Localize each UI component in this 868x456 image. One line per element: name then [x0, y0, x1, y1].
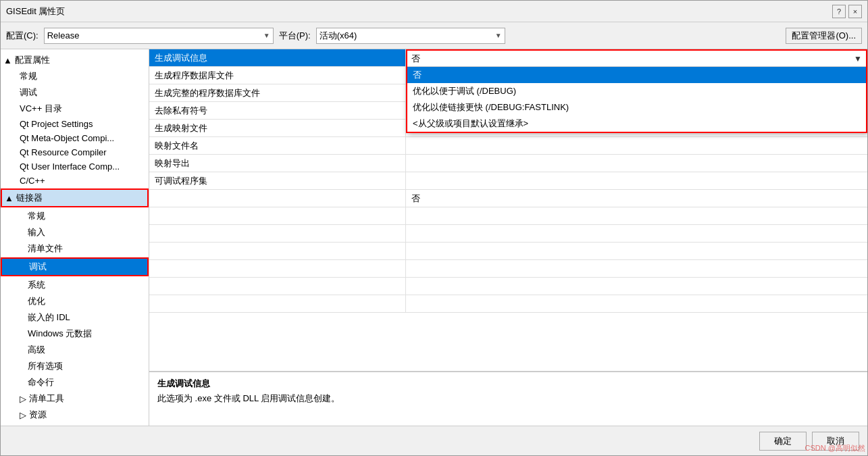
sidebar-item-resource[interactable]: ▷ 资源 — [1, 407, 149, 423]
manifest-tool-arrow: ▷ — [20, 394, 26, 404]
dropdown-option-0[interactable]: 否 — [407, 67, 866, 83]
props-value-7 — [406, 172, 867, 189]
right-panel: 生成调试信息 否 生成程序数据库文件 生成完整的程序数据库文件 去除私有符号 生… — [149, 49, 867, 426]
props-name-7: 可调试程序集 — [149, 172, 406, 189]
desc-title: 生成调试信息 — [157, 378, 859, 390]
props-name-9 — [149, 207, 406, 224]
props-value-11 — [406, 243, 867, 259]
sidebar-item-linker-idl[interactable]: 嵌入的 IDL — [1, 309, 149, 326]
dropdown-option-2[interactable]: 优化以使链接更快 (/DEBUG:FASTLINK) — [407, 99, 866, 116]
props-name-10 — [149, 225, 406, 242]
sidebar-root-label: 配置属性 — [15, 54, 50, 66]
props-value-5 — [406, 137, 867, 154]
sidebar-item-linker-all[interactable]: 所有选项 — [1, 358, 149, 374]
sidebar-item-linker-winmd[interactable]: Windows 元数据 — [1, 326, 149, 342]
props-name-5: 映射文件名 — [149, 137, 406, 154]
props-row-11[interactable] — [149, 243, 867, 260]
props-name-8 — [149, 190, 406, 207]
sidebar-root-arrow: ▲ — [3, 55, 12, 66]
config-select-value: Release — [47, 30, 80, 41]
sidebar: ▲ 配置属性 常规 调试 VC++ 目录 Qt Project Settings… — [1, 49, 149, 426]
props-row-5[interactable]: 映射文件名 — [149, 137, 867, 155]
dropdown-current-value: 否 — [411, 53, 420, 65]
props-value-13 — [406, 278, 867, 295]
sidebar-item-qt-project[interactable]: Qt Project Settings — [1, 117, 149, 131]
sidebar-item-linker-general[interactable]: 常规 — [1, 208, 149, 224]
sidebar-item-linker-input[interactable]: 输入 — [1, 224, 149, 240]
props-value-14 — [406, 295, 867, 312]
config-bar: 配置(C): Release ▼ 平台(P): 活动(x64) ▼ 配置管理器(… — [1, 22, 867, 49]
props-name-3: 去除私有符号 — [149, 102, 406, 119]
platform-label: 平台(P): — [279, 30, 311, 42]
sidebar-item-general[interactable]: 常规 — [1, 68, 149, 84]
sidebar-root[interactable]: ▲ 配置属性 — [1, 52, 149, 68]
dropdown-header[interactable]: 否 ▼ — [407, 51, 866, 67]
props-row-8[interactable]: 否 — [149, 190, 867, 207]
props-value-10 — [406, 225, 867, 242]
linker-arrow-icon: ▲ — [5, 193, 14, 203]
props-row-10[interactable] — [149, 225, 867, 243]
dropdown-option-3[interactable]: <从父级或项目默认设置继承> — [407, 116, 866, 132]
dropdown-overlay: 否 ▼ 否 优化以便于调试 (/DEBUG) 优化以使链接更快 (/DEBUG:… — [406, 49, 867, 133]
sidebar-item-linker-system[interactable]: 系统 — [1, 277, 149, 293]
dropdown-arrow-icon: ▼ — [854, 54, 862, 64]
config-select-arrow-icon: ▼ — [263, 32, 270, 39]
sidebar-item-manifest-tool[interactable]: ▷ 清单工具 — [1, 390, 149, 407]
props-name-11 — [149, 243, 406, 259]
linker-debug-redbox: 调试 — [1, 257, 149, 276]
props-value-8: 否 — [406, 190, 867, 207]
config-manager-button[interactable]: 配置管理器(O)... — [786, 28, 862, 44]
props-value-9 — [406, 207, 867, 224]
props-name-14 — [149, 295, 406, 312]
props-table: 生成调试信息 否 生成程序数据库文件 生成完整的程序数据库文件 去除私有符号 生… — [149, 49, 867, 372]
platform-select[interactable]: 活动(x64) ▼ — [316, 28, 505, 44]
sidebar-item-qt-resource[interactable]: Qt Resource Compiler — [1, 145, 149, 159]
watermark: CSDN @高明似然 — [805, 443, 865, 453]
props-name-13 — [149, 278, 406, 295]
sidebar-item-cpp[interactable]: C/C++ — [1, 174, 149, 188]
props-name-1: 生成程序数据库文件 — [149, 67, 406, 84]
desc-panel: 生成调试信息 此选项为 .exe 文件或 DLL 启用调试信息创建。 — [149, 372, 867, 426]
platform-select-arrow-icon: ▼ — [495, 32, 502, 39]
props-row-12[interactable] — [149, 260, 867, 278]
props-name-0: 生成调试信息 — [149, 49, 406, 66]
footer: 确定 取消 CSDN @高明似然 — [1, 426, 867, 455]
close-button[interactable]: × — [848, 5, 862, 18]
props-row-7[interactable]: 可调试程序集 — [149, 172, 867, 190]
dropdown-option-1[interactable]: 优化以便于调试 (/DEBUG) — [407, 83, 866, 99]
props-name-2: 生成完整的程序数据库文件 — [149, 84, 406, 101]
sidebar-item-qt-meta[interactable]: Qt Meta-Object Compi... — [1, 131, 149, 145]
config-select[interactable]: Release ▼ — [44, 28, 274, 44]
props-row-6[interactable]: 映射导出 — [149, 155, 867, 172]
sidebar-item-vc-dir[interactable]: VC++ 目录 — [1, 101, 149, 117]
sidebar-item-linker-advanced[interactable]: 高级 — [1, 342, 149, 358]
props-name-12 — [149, 260, 406, 277]
help-button[interactable]: ? — [832, 5, 846, 18]
props-name-4: 生成映射文件 — [149, 120, 406, 136]
linker-group-redbox: ▲ 链接器 — [1, 188, 149, 207]
main-content: ▲ 配置属性 常规 调试 VC++ 目录 Qt Project Settings… — [1, 49, 867, 426]
props-name-6: 映射导出 — [149, 155, 406, 172]
sidebar-item-debug[interactable]: 调试 — [1, 84, 149, 101]
sidebar-item-qt-ui[interactable]: Qt User Interface Comp... — [1, 159, 149, 174]
props-row-9[interactable] — [149, 207, 867, 225]
platform-select-value: 活动(x64) — [320, 30, 357, 42]
title-bar-buttons: ? × — [832, 5, 862, 18]
props-row-13[interactable] — [149, 278, 867, 295]
config-label: 配置(C): — [6, 30, 39, 42]
resource-arrow: ▷ — [20, 410, 26, 420]
desc-text: 此选项为 .exe 文件或 DLL 启用调试信息创建。 — [157, 392, 859, 405]
linker-label: 链接器 — [16, 192, 43, 204]
sidebar-item-linker-optimize[interactable]: 优化 — [1, 293, 149, 309]
sidebar-item-linker-cmdline[interactable]: 命令行 — [1, 374, 149, 390]
main-window: GISEdit 属性页 ? × 配置(C): Release ▼ 平台(P): … — [0, 0, 868, 456]
props-value-12 — [406, 260, 867, 277]
props-row-14[interactable] — [149, 295, 867, 313]
props-value-6 — [406, 155, 867, 172]
title-bar: GISEdit 属性页 ? × — [1, 1, 867, 22]
window-title: GISEdit 属性页 — [6, 5, 65, 18]
sidebar-item-linker-debug[interactable]: 调试 — [2, 259, 147, 275]
sidebar-item-linker[interactable]: ▲ 链接器 — [2, 190, 147, 206]
sidebar-item-linker-manifest[interactable]: 清单文件 — [1, 240, 149, 257]
ok-button[interactable]: 确定 — [759, 432, 807, 451]
